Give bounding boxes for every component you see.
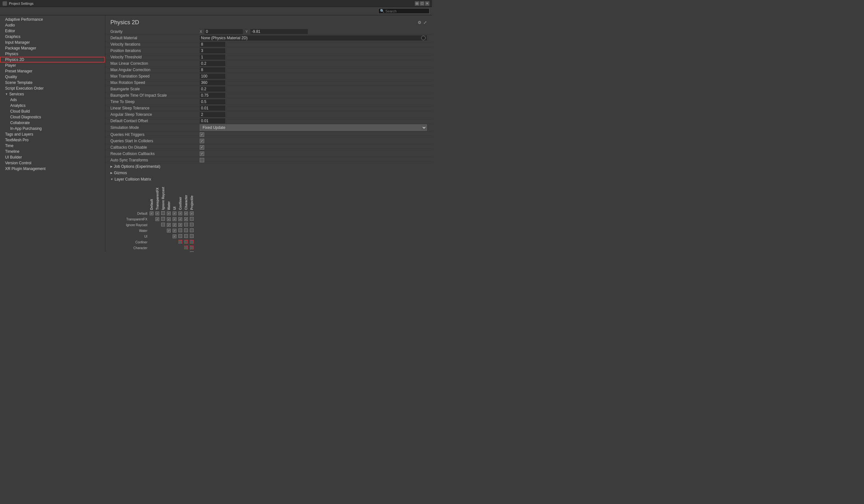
sidebar-item-timeline[interactable]: Timeline bbox=[0, 149, 105, 154]
matrix-checkbox[interactable] bbox=[184, 245, 188, 250]
matrix-checkbox[interactable]: ✓ bbox=[155, 217, 159, 221]
number-input[interactable] bbox=[200, 80, 225, 85]
simulation-mode-dropdown[interactable]: Fixed Update bbox=[200, 124, 427, 131]
sidebar-item-editor[interactable]: Editor bbox=[0, 28, 105, 34]
section-gizmos[interactable]: ▶ Gizmos bbox=[105, 170, 432, 176]
matrix-checkbox[interactable] bbox=[190, 217, 194, 221]
matrix-checkbox[interactable] bbox=[190, 234, 194, 238]
matrix-checkbox[interactable] bbox=[190, 228, 194, 232]
sidebar-item-xr-plugin-management[interactable]: XR Plugin Management bbox=[0, 166, 105, 172]
matrix-checkbox[interactable]: ✓ bbox=[172, 217, 177, 221]
sidebar-item-cloud-build[interactable]: Cloud Build bbox=[0, 108, 105, 114]
matrix-checkbox[interactable]: ✓ bbox=[190, 212, 194, 215]
number-input[interactable] bbox=[200, 112, 225, 117]
matrix-checkbox[interactable] bbox=[184, 228, 188, 232]
matrix-checkbox[interactable]: ✓ bbox=[184, 217, 188, 221]
minimize-button[interactable]: ⊟ bbox=[415, 1, 419, 6]
matrix-checkbox[interactable]: ✓ bbox=[172, 229, 177, 232]
number-input[interactable] bbox=[200, 93, 225, 98]
number-input[interactable] bbox=[200, 74, 225, 79]
sidebar-item-scene-template[interactable]: Scene Template bbox=[0, 80, 105, 85]
sidebar-item-input-manager[interactable]: Input Manager bbox=[0, 39, 105, 45]
section-job-options[interactable]: ▶ Job Options (Experimental) bbox=[105, 163, 432, 170]
matrix-checkbox[interactable] bbox=[184, 240, 188, 244]
checkbox[interactable] bbox=[200, 132, 204, 137]
sidebar-item-graphics[interactable]: Graphics bbox=[0, 34, 105, 39]
sidebar-item-ui-builder[interactable]: UI Builder bbox=[0, 154, 105, 160]
matrix-cell bbox=[160, 211, 166, 216]
sidebar-item-audio[interactable]: Audio bbox=[0, 22, 105, 28]
number-input[interactable] bbox=[200, 99, 225, 104]
matrix-checkbox[interactable] bbox=[178, 234, 182, 238]
matrix-checkbox[interactable] bbox=[161, 217, 165, 221]
search-input[interactable] bbox=[385, 9, 428, 13]
maximize-button[interactable]: ☐ bbox=[420, 1, 424, 6]
sidebar-item-time[interactable]: Time bbox=[0, 143, 105, 149]
number-input[interactable] bbox=[200, 67, 225, 72]
matrix-checkbox[interactable]: ✓ bbox=[167, 223, 171, 227]
matrix-cell bbox=[149, 233, 154, 239]
matrix-checkbox[interactable]: ✓ bbox=[172, 235, 177, 238]
sidebar-item-tags-and-layers[interactable]: Tags and Layers bbox=[0, 131, 105, 137]
matrix-checkbox[interactable] bbox=[178, 240, 182, 244]
matrix-checkbox[interactable]: ✓ bbox=[184, 212, 188, 215]
material-picker-button[interactable]: ○ bbox=[421, 36, 425, 40]
matrix-checkbox[interactable]: ✓ bbox=[178, 217, 182, 221]
prop-row: Baumgarte Time Of Impact Scale bbox=[105, 92, 432, 98]
matrix-checkbox[interactable] bbox=[184, 223, 188, 227]
matrix-checkbox[interactable]: ✓ bbox=[178, 212, 182, 215]
sidebar-item-version-control[interactable]: Version Control bbox=[0, 160, 105, 166]
matrix-checkbox[interactable] bbox=[161, 211, 165, 215]
checkbox[interactable] bbox=[200, 152, 204, 156]
sidebar-item-analytics[interactable]: Analytics bbox=[0, 103, 105, 108]
matrix-checkbox[interactable]: ✓ bbox=[149, 212, 154, 215]
matrix-checkbox[interactable] bbox=[161, 223, 165, 227]
prop-row: Time To Sleep bbox=[105, 98, 432, 105]
sidebar-item-services[interactable]: ▼Services bbox=[0, 91, 105, 97]
number-input[interactable] bbox=[200, 48, 225, 53]
number-input[interactable] bbox=[200, 106, 225, 111]
number-input[interactable] bbox=[200, 118, 225, 123]
section-layer-collision[interactable]: ▼ Layer Collision Matrix bbox=[105, 176, 432, 182]
number-input[interactable] bbox=[200, 86, 225, 92]
matrix-checkbox[interactable] bbox=[184, 234, 188, 238]
sidebar-item-in-app-purchasing[interactable]: In-App Purchasing bbox=[0, 126, 105, 131]
sidebar-item-physics[interactable]: Physics bbox=[0, 51, 105, 57]
close-button[interactable]: ✕ bbox=[425, 1, 430, 6]
matrix-checkbox[interactable]: ✓ bbox=[155, 212, 159, 215]
sidebar-item-physics-2d[interactable]: Physics 2D bbox=[0, 57, 105, 62]
expand-icon[interactable]: ⤢ bbox=[423, 20, 427, 25]
gravity-y-input[interactable] bbox=[251, 29, 308, 34]
sidebar-item-preset-manager[interactable]: Preset Manager bbox=[0, 68, 105, 74]
sidebar-item-player[interactable]: Player bbox=[0, 62, 105, 68]
matrix-checkbox[interactable]: ✓ bbox=[167, 212, 171, 215]
sidebar-item-package-manager[interactable]: Package Manager bbox=[0, 45, 105, 51]
matrix-checkbox[interactable] bbox=[190, 251, 194, 252]
sidebar-item-cloud-diagnostics[interactable]: Cloud Diagnostics bbox=[0, 114, 105, 120]
sidebar-item-ads[interactable]: Ads bbox=[0, 97, 105, 103]
number-input[interactable] bbox=[200, 55, 225, 60]
prop-label: Baumgarte Scale bbox=[110, 87, 200, 91]
matrix-checkbox[interactable]: ✓ bbox=[178, 223, 182, 227]
matrix-checkbox[interactable] bbox=[190, 223, 194, 227]
matrix-checkbox[interactable]: ✓ bbox=[172, 223, 177, 227]
matrix-checkbox[interactable] bbox=[190, 240, 194, 244]
checkbox[interactable] bbox=[200, 145, 204, 149]
number-input[interactable] bbox=[200, 42, 225, 47]
checkbox[interactable] bbox=[200, 139, 204, 143]
matrix-row-label: Ignore Raycast bbox=[110, 222, 149, 228]
matrix-checkbox[interactable]: ✓ bbox=[167, 217, 171, 221]
matrix-checkbox[interactable] bbox=[190, 245, 194, 250]
settings-icon[interactable]: ⚙ bbox=[418, 20, 421, 25]
checkbox[interactable] bbox=[200, 158, 204, 163]
sidebar-item-collaborate[interactable]: Collaborate bbox=[0, 120, 105, 126]
sidebar-item-quality[interactable]: Quality bbox=[0, 74, 105, 80]
matrix-checkbox[interactable] bbox=[178, 228, 182, 232]
matrix-checkbox[interactable]: ✓ bbox=[172, 212, 177, 215]
number-input[interactable] bbox=[200, 61, 225, 66]
sidebar-item-textmesh-pro[interactable]: TextMesh Pro bbox=[0, 137, 105, 143]
sidebar-item-script-execution-order[interactable]: Script Execution Order bbox=[0, 85, 105, 91]
matrix-checkbox[interactable]: ✓ bbox=[167, 229, 171, 232]
sidebar-item-adaptive-performance[interactable]: Adaptive Performance bbox=[0, 16, 105, 22]
gravity-x-input[interactable] bbox=[204, 29, 243, 34]
